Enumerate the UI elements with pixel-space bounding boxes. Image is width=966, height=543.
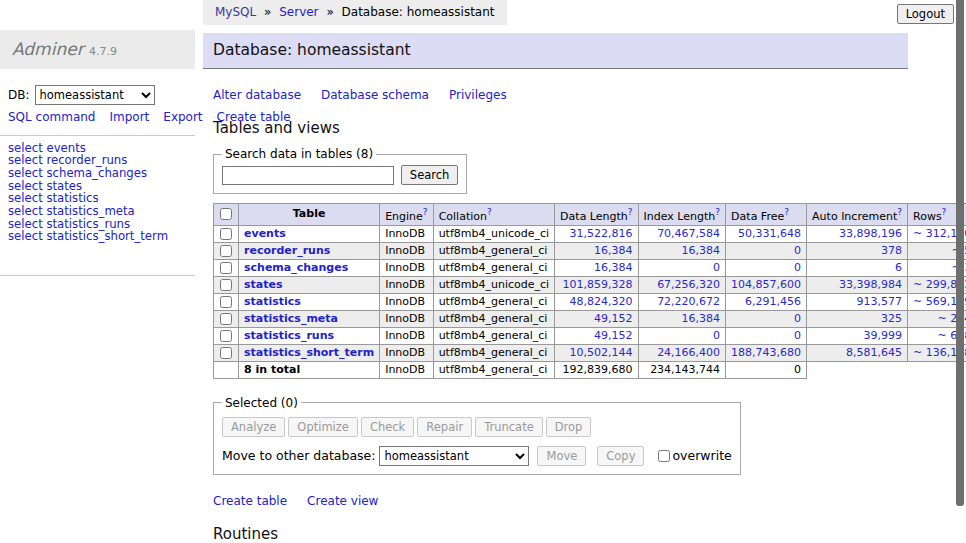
- totals-collation-cell: utf8mb4_general_ci: [433, 361, 554, 378]
- index-length-link[interactable]: 0: [713, 261, 720, 274]
- copy-button[interactable]: Copy: [597, 446, 644, 466]
- auto-increment-link[interactable]: 913,577: [857, 295, 903, 308]
- overwrite-checkbox[interactable]: [658, 450, 670, 462]
- db-select[interactable]: homeassistant: [35, 85, 155, 105]
- data-length-link[interactable]: 31,522,816: [570, 227, 633, 240]
- auto-increment-link[interactable]: 378: [881, 244, 902, 257]
- analyze-button[interactable]: Analyze: [222, 417, 285, 437]
- optimize-button[interactable]: Optimize: [288, 417, 358, 437]
- auto-increment-link[interactable]: 8,581,645: [846, 346, 902, 359]
- data-free-link[interactable]: 6,291,456: [745, 295, 801, 308]
- index-length-cell: 67,256,320: [638, 276, 726, 293]
- auto-increment-link[interactable]: 33,898,196: [839, 227, 902, 240]
- data-free-link[interactable]: 0: [794, 244, 801, 257]
- breadcrumb-mysql-link[interactable]: MySQL: [215, 5, 256, 19]
- index-length-link[interactable]: 67,256,320: [657, 278, 720, 291]
- table-link[interactable]: statistics: [244, 295, 301, 308]
- menu-link-sql-command[interactable]: SQL command: [8, 110, 95, 124]
- table-link[interactable]: statistics_runs: [244, 329, 334, 342]
- tables-and-views-heading: Tables and views: [213, 119, 908, 137]
- data-length-link[interactable]: 16,384: [594, 261, 633, 274]
- index-length-link[interactable]: 16,384: [682, 312, 721, 325]
- row-select-checkbox[interactable]: [220, 296, 232, 308]
- data-length-link[interactable]: 49,152: [594, 312, 633, 325]
- row-select-checkbox[interactable]: [220, 245, 232, 257]
- row-select-checkbox[interactable]: [220, 313, 232, 325]
- index-length-link[interactable]: 72,220,672: [657, 295, 720, 308]
- row-select-checkbox[interactable]: [220, 279, 232, 291]
- table-link[interactable]: recorder_runs: [244, 244, 330, 257]
- adminer-logo[interactable]: Adminer: [12, 39, 84, 59]
- data-free-link[interactable]: 0: [794, 312, 801, 325]
- data-free-link[interactable]: 0: [794, 329, 801, 342]
- column-header-data-free: Data Free?: [726, 204, 807, 226]
- index-length-link[interactable]: 16,384: [682, 244, 721, 257]
- help-link[interactable]: ?: [423, 207, 428, 217]
- index-length-link[interactable]: 24,166,400: [657, 346, 720, 359]
- help-link[interactable]: ?: [784, 207, 789, 217]
- data-length-cell: 49,152: [555, 327, 638, 344]
- help-link[interactable]: ?: [715, 207, 720, 217]
- select-all-checkbox[interactable]: [220, 208, 232, 220]
- row-select-checkbox[interactable]: [220, 330, 232, 342]
- menu-link-export[interactable]: Export: [163, 110, 202, 124]
- drop-button[interactable]: Drop: [546, 417, 592, 437]
- data-free-cell: 0: [726, 242, 807, 259]
- help-link[interactable]: ?: [942, 207, 947, 217]
- action-links-privileges[interactable]: Privileges: [449, 88, 507, 102]
- data-free-link[interactable]: 0: [794, 261, 801, 274]
- table-link[interactable]: statistics_short_term: [244, 346, 374, 359]
- help-link[interactable]: ?: [487, 207, 492, 217]
- index-length-cell: 0: [638, 259, 726, 276]
- repair-button[interactable]: Repair: [417, 417, 472, 437]
- search-button[interactable]: Search: [401, 165, 459, 185]
- table-link[interactable]: events: [244, 227, 286, 240]
- totals-data-length-cell: 192,839,680: [555, 361, 638, 378]
- table-name-cell: statistics_runs: [239, 327, 380, 344]
- auto-increment-link[interactable]: 39,999: [864, 329, 903, 342]
- action-links-alter-database[interactable]: Alter database: [213, 88, 301, 102]
- table-link[interactable]: states: [244, 278, 283, 291]
- data-length-link[interactable]: 101,859,328: [563, 278, 633, 291]
- auto-increment-link[interactable]: 33,398,984: [839, 278, 902, 291]
- data-free-link[interactable]: 50,331,648: [738, 227, 801, 240]
- data-length-cell: 31,522,816: [555, 225, 638, 242]
- row-select-checkbox[interactable]: [220, 262, 232, 274]
- data-length-link[interactable]: 16,384: [594, 244, 633, 257]
- row-select-checkbox[interactable]: [220, 347, 232, 359]
- select-link[interactable]: select: [8, 229, 43, 243]
- data-length-link[interactable]: 48,824,320: [570, 295, 633, 308]
- breadcrumb-server-link[interactable]: Server: [279, 5, 318, 19]
- totals-row: 8 in totalInnoDButf8mb4_general_ci192,83…: [214, 361, 966, 378]
- row-select-checkbox[interactable]: [220, 228, 232, 240]
- scrollbar-thumb[interactable]: [956, 0, 964, 506]
- action-links-database-schema[interactable]: Database schema: [321, 88, 429, 102]
- move-db-select[interactable]: homeassistant: [379, 446, 529, 466]
- column-header-index-length: Index Length?: [638, 204, 726, 226]
- check-button[interactable]: Check: [361, 417, 414, 437]
- index-length-link[interactable]: 70,467,584: [657, 227, 720, 240]
- footer-links-create-table[interactable]: Create table: [213, 494, 287, 508]
- tables-overview-table: TableEngine?Collation?Data Length?Index …: [213, 203, 966, 379]
- auto-increment-link[interactable]: 6: [895, 261, 902, 274]
- truncate-button[interactable]: Truncate: [475, 417, 543, 437]
- table-row: statesInnoDButf8mb4_unicode_ci101,859,32…: [214, 276, 966, 293]
- move-button[interactable]: Move: [537, 446, 586, 466]
- help-link[interactable]: ?: [897, 207, 902, 217]
- table-link[interactable]: statistics_meta: [244, 312, 338, 325]
- search-input[interactable]: [222, 166, 394, 185]
- auto-increment-link[interactable]: 325: [881, 312, 902, 325]
- footer-links-create-view[interactable]: Create view: [307, 494, 378, 508]
- index-length-cell: 16,384: [638, 310, 726, 327]
- menu-link-import[interactable]: Import: [109, 110, 149, 124]
- table-structure-link[interactable]: statistics_short_term: [46, 229, 168, 243]
- data-length-link[interactable]: 10,502,144: [570, 346, 633, 359]
- logout-button[interactable]: Logout: [897, 4, 954, 24]
- help-link[interactable]: ?: [628, 207, 633, 217]
- data-free-link[interactable]: 104,857,600: [731, 278, 801, 291]
- db-label: DB:: [8, 88, 30, 102]
- index-length-link[interactable]: 0: [713, 329, 720, 342]
- data-free-link[interactable]: 188,743,680: [731, 346, 801, 359]
- data-length-link[interactable]: 49,152: [594, 329, 633, 342]
- table-link[interactable]: schema_changes: [244, 261, 348, 274]
